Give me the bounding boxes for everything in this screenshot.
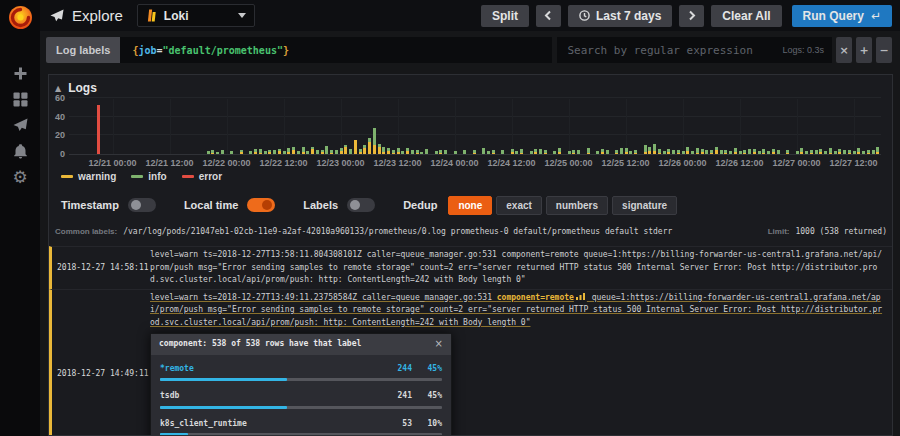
dashboards-icon[interactable] [8,87,32,111]
histogram-bar [378,144,381,154]
histogram-bar [406,148,409,154]
histogram-bar [596,151,599,154]
common-labels-row: Common labels: /var/log/pods/21047eb1-02… [55,227,887,236]
chevron-left-icon [543,10,554,21]
collapse-query-button[interactable]: − [876,37,892,63]
y-tick-label: 20 [55,130,65,140]
dedup-option-numbers[interactable]: numbers [546,196,608,215]
histogram-bar [221,150,224,154]
histogram-bar [587,148,590,154]
y-axis-labels: 0204060 [51,99,66,155]
dedup-option-exact[interactable]: exact [496,196,542,215]
dedup-option-signature[interactable]: signature [612,196,677,215]
stats-popup-body: *remote24445%tsdb24145%k8s_client_runtim… [151,355,451,436]
histogram-bar [644,145,647,154]
dedup-option-none[interactable]: none [448,196,492,215]
timerange-button[interactable]: Last 7 days [568,5,672,27]
histogram-bar [311,147,314,154]
gridline [569,99,570,154]
gridline [455,99,456,154]
timestamp-toggle[interactable] [128,198,156,212]
x-axis-labels: 12/21 00:0012/21 12:0012/22 00:0012/22 1… [69,158,881,170]
add-query-button[interactable]: + [856,37,872,63]
histogram-bar [321,150,324,154]
clear-all-button[interactable]: Clear All [711,5,781,27]
split-button[interactable]: Split [481,5,529,27]
add-panel-icon[interactable] [8,61,32,85]
histogram-bar [767,151,770,154]
gridline [227,99,228,154]
histogram-bar [397,148,400,154]
regex-search-box: Logs: 0.3s [557,37,832,63]
timerange-back-button[interactable] [536,5,561,27]
histogram-bar [278,149,281,154]
histogram-bar [344,145,347,154]
histogram-bar [515,151,518,154]
collapse-triangle-icon: ▲ [55,84,61,93]
y-tick-label: 60 [55,93,65,103]
histogram-bar [857,148,860,154]
histogram-bar [762,149,765,154]
histogram-bar [264,151,267,154]
legend-item-warning: warning [61,171,116,182]
logs-histogram: 0204060 12/21 00:0012/21 12:0012/22 00:0… [51,99,887,171]
histogram-bar [834,151,837,154]
gridline [69,116,881,117]
grafana-logo-icon[interactable] [7,4,34,31]
regex-search-input[interactable] [557,44,782,57]
close-icon[interactable]: × [435,338,443,351]
labels-toggle[interactable] [347,198,375,212]
histogram-bar [748,149,751,154]
timerange-forward-button[interactable] [679,5,704,27]
log-row[interactable]: 2018-12-27 14:49:11 level=warn ts=2018-1… [49,289,892,436]
histogram-bar [254,149,257,154]
histogram-bar [629,151,632,154]
histogram-bar [553,151,556,154]
histogram-bar [544,150,547,154]
labels-toggle-label: Labels [303,199,338,211]
log-labels-chip[interactable]: Log labels [46,37,120,63]
histogram-bar [824,151,827,154]
gridline [341,99,342,154]
limit-label: Limit: [768,227,790,236]
histogram-bar [349,149,352,154]
explore-rocket-icon [50,9,64,23]
histogram-bar [772,149,775,154]
log-rows-list: 2018-12-27 14:58:11 level=warn ts=2018-1… [49,246,892,435]
histogram-bar [330,150,333,154]
histogram-bar [439,150,442,154]
enter-key-icon: ↵ [871,9,881,23]
local-time-toggle-label: Local time [184,199,238,211]
loki-logo-icon [146,9,157,22]
chart-legend: warninginfoerror [61,171,222,182]
histogram-bar [292,147,295,154]
histogram-bar [283,151,286,154]
selected-label-field[interactable]: component=remote [497,293,574,302]
remove-query-button[interactable]: × [836,37,852,63]
settings-gear-icon[interactable]: ⚙ [8,165,32,189]
alerting-bell-icon[interactable] [8,139,32,163]
histogram-bar [463,150,466,154]
query-input[interactable]: {job="default/prometheus"} [120,37,552,63]
gridline [683,99,684,154]
log-row[interactable]: 2018-12-27 14:58:11 level=warn ts=2018-1… [49,246,892,289]
histogram-bar [558,148,561,154]
run-query-button[interactable]: Run Query↵ [792,5,892,27]
histogram-bar [729,151,732,154]
timestamp-toggle-label: Timestamp [61,199,119,211]
stats-row-tsdb: tsdb24145% [160,390,442,409]
histogram-bar [634,150,637,154]
y-tick-label: 0 [60,149,65,159]
legend-color-dash [61,175,73,178]
local-time-toggle[interactable] [247,198,275,212]
log-timestamp: 2018-12-27 14:58:11 [57,263,150,272]
histogram-bar [568,151,571,154]
query-timing: Logs: 0.3s [782,45,824,55]
explore-icon[interactable] [8,113,32,137]
histogram-bar [359,149,362,154]
datasource-picker[interactable]: Loki [137,4,255,27]
histogram-bar [287,148,290,154]
histogram-bar [411,150,414,154]
sidebar: ⚙ [0,0,40,436]
histogram-bar [648,147,651,154]
